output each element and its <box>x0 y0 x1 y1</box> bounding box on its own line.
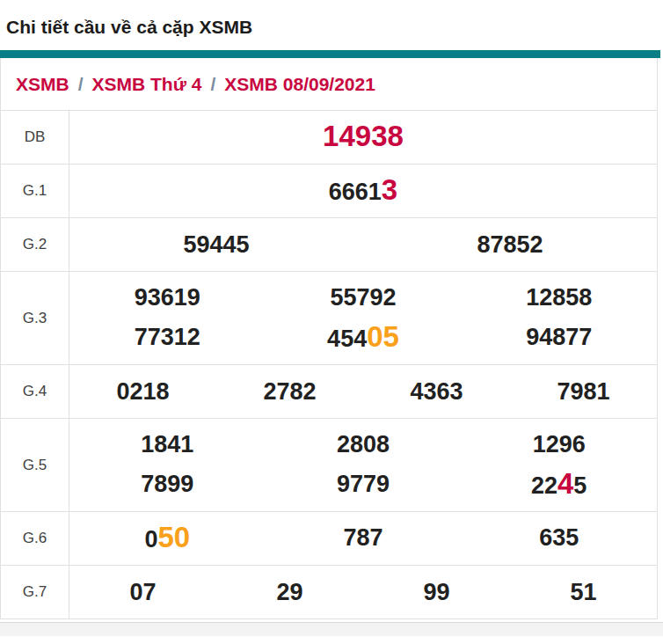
results-card: XSMB/XSMB Thứ 4/XSMB 08/09/2021 DB14938G… <box>0 58 658 619</box>
table-row: G.40218278243637981 <box>1 365 657 419</box>
digits: 4363 <box>410 378 463 405</box>
prize-number: 1296 <box>461 428 657 461</box>
prize-line: 050787635 <box>69 521 657 556</box>
prize-number: 1841 <box>69 428 266 461</box>
breadcrumb-link[interactable]: XSMB <box>16 74 69 95</box>
table-row: G.3936195579212858773124540594877 <box>1 272 657 365</box>
prize-line: 789997792245 <box>69 467 657 502</box>
prize-number: 77312 <box>69 320 266 355</box>
digits: 51 <box>570 579 596 605</box>
prize-line: 936195579212858 <box>69 281 657 314</box>
table-row: G.6050787635 <box>1 512 657 566</box>
digits: 787 <box>343 524 382 551</box>
prize-label: G.2 <box>1 218 69 271</box>
digits: 29 <box>276 579 302 605</box>
prize-line: 0218278243637981 <box>69 375 657 408</box>
prize-number: 45405 <box>266 320 462 355</box>
digits: 7981 <box>557 378 609 405</box>
breadcrumb: XSMB/XSMB Thứ 4/XSMB 08/09/2021 <box>1 58 657 111</box>
digits: 2808 <box>337 431 390 457</box>
prize-number: 29 <box>216 575 363 609</box>
prize-number: 59445 <box>69 228 363 261</box>
prize-line: 14938 <box>69 120 657 155</box>
digits: 12858 <box>526 284 592 311</box>
page-title: Chi tiết cầu về cả cặp XSMB <box>0 0 663 40</box>
table-row: G.166613 <box>1 165 657 218</box>
prize-number: 787 <box>266 521 462 556</box>
prize-line: 66613 <box>69 173 657 209</box>
highlighted-digits: 50 <box>157 521 190 553</box>
prize-lines: 14938 <box>69 111 657 164</box>
prize-label: G.4 <box>1 365 69 418</box>
prize-number: 12858 <box>461 281 657 314</box>
prize-line: 5944587852 <box>69 228 657 261</box>
digits: 0 <box>144 526 157 553</box>
prize-number: 635 <box>461 521 657 556</box>
prize-number: 2808 <box>266 428 462 461</box>
prize-label: G.7 <box>1 566 69 618</box>
prize-number: 55792 <box>266 281 462 314</box>
breadcrumb-separator: / <box>201 74 224 95</box>
digits: 9779 <box>337 471 390 497</box>
prize-number: 94877 <box>461 320 657 355</box>
table-row: G.25944587852 <box>1 218 657 272</box>
digits: 635 <box>539 524 579 551</box>
digits: 55792 <box>330 284 396 311</box>
prize-lines: 050787635 <box>69 512 657 565</box>
prize-number: 2782 <box>216 375 363 408</box>
digits: 454 <box>327 326 367 352</box>
digits: 99 <box>423 579 449 605</box>
prize-number: 0218 <box>69 375 216 408</box>
next-section-strip <box>0 622 663 636</box>
digits: 0218 <box>116 378 169 405</box>
digits: 6661 <box>329 179 382 205</box>
prize-line: 07299951 <box>69 575 657 609</box>
prize-number: 07 <box>69 575 216 609</box>
highlighted-digits: 3 <box>382 173 397 206</box>
digits: 59445 <box>183 231 249 258</box>
prize-label: G.5 <box>1 419 69 511</box>
digits: 87852 <box>477 231 543 258</box>
breadcrumb-link[interactable]: XSMB 08/09/2021 <box>224 74 375 95</box>
prize-lines: 936195579212858773124540594877 <box>69 272 657 364</box>
digits: 1841 <box>141 431 193 457</box>
prize-label: G.3 <box>1 272 69 364</box>
table-row: G.707299951 <box>1 566 657 619</box>
prize-number: 9779 <box>266 467 462 502</box>
prize-lines: 5944587852 <box>69 218 657 271</box>
prize-number: 66613 <box>69 173 657 209</box>
prize-table: DB14938G.166613G.25944587852G.3936195579… <box>1 111 657 619</box>
prize-label: G.1 <box>1 165 69 217</box>
prize-number: 51 <box>510 575 657 609</box>
table-row: G.5184128081296789997792245 <box>1 419 657 512</box>
prize-line: 773124540594877 <box>69 320 657 355</box>
digits: 93619 <box>135 284 200 311</box>
prize-lines: 66613 <box>69 165 657 217</box>
prize-line: 184128081296 <box>69 428 657 461</box>
prize-number: 7899 <box>69 467 266 502</box>
digits: 77312 <box>135 324 200 350</box>
breadcrumb-separator: / <box>69 74 92 95</box>
digits: 7899 <box>141 471 193 497</box>
prize-number: 050 <box>69 521 266 556</box>
breadcrumb-link[interactable]: XSMB Thứ 4 <box>92 74 202 95</box>
table-row: DB14938 <box>1 111 657 165</box>
prize-label: G.6 <box>1 512 69 565</box>
digits: 5 <box>573 472 586 499</box>
digits: 2782 <box>263 378 316 405</box>
prize-label: DB <box>1 111 69 164</box>
highlighted-digits: 14938 <box>323 120 404 152</box>
digits: 07 <box>129 579 156 605</box>
highlighted-digits: 4 <box>557 467 573 500</box>
prize-lines: 184128081296789997792245 <box>69 419 657 511</box>
prize-number: 93619 <box>69 281 266 314</box>
prize-number: 87852 <box>363 228 657 261</box>
digits: 22 <box>531 472 557 499</box>
prize-number: 7981 <box>510 375 657 408</box>
prize-lines: 07299951 <box>69 566 657 618</box>
digits: 1296 <box>533 431 586 457</box>
prize-number: 4363 <box>363 375 510 408</box>
prize-number: 14938 <box>69 120 657 155</box>
prize-number: 99 <box>363 575 510 609</box>
digits: 94877 <box>526 324 592 350</box>
